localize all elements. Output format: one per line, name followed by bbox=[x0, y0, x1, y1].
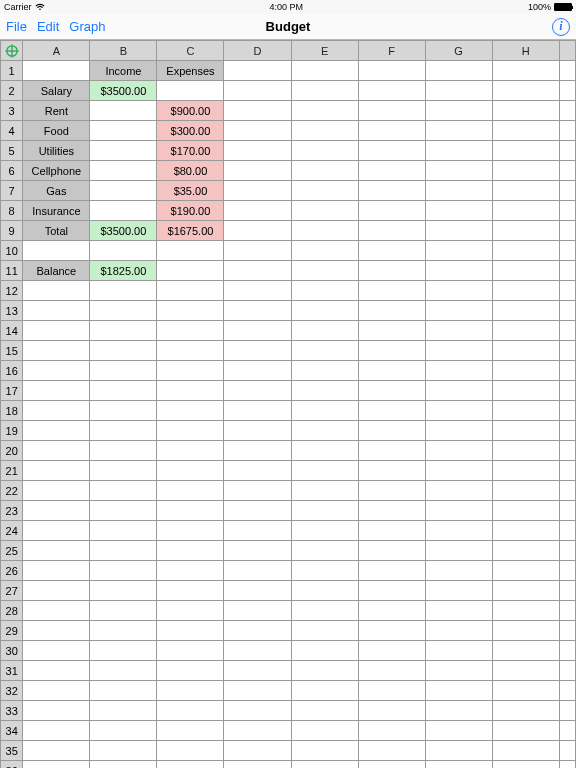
menu-graph[interactable]: Graph bbox=[69, 19, 105, 34]
row-header-15[interactable]: 15 bbox=[1, 341, 23, 361]
cell-B6[interactable] bbox=[90, 161, 157, 181]
cell-E32[interactable] bbox=[291, 681, 358, 701]
cell-G22[interactable] bbox=[425, 481, 492, 501]
cell-A4[interactable]: Food bbox=[23, 121, 90, 141]
cell-F29[interactable] bbox=[358, 621, 425, 641]
cell-B18[interactable] bbox=[90, 401, 157, 421]
cell-E15[interactable] bbox=[291, 341, 358, 361]
cell-F10[interactable] bbox=[358, 241, 425, 261]
cell-A36[interactable] bbox=[23, 761, 90, 769]
cell-G12[interactable] bbox=[425, 281, 492, 301]
cell-B23[interactable] bbox=[90, 501, 157, 521]
select-all-corner[interactable] bbox=[1, 41, 23, 61]
cell-B14[interactable] bbox=[90, 321, 157, 341]
cell-A22[interactable] bbox=[23, 481, 90, 501]
cell-D1[interactable] bbox=[224, 61, 291, 81]
cell-G23[interactable] bbox=[425, 501, 492, 521]
cell-D3[interactable] bbox=[224, 101, 291, 121]
cell-G8[interactable] bbox=[425, 201, 492, 221]
cell-A9[interactable]: Total bbox=[23, 221, 90, 241]
cell-D12[interactable] bbox=[224, 281, 291, 301]
cell-E23[interactable] bbox=[291, 501, 358, 521]
cell-F35[interactable] bbox=[358, 741, 425, 761]
cell-H6[interactable] bbox=[492, 161, 559, 181]
cell-C7[interactable]: $35.00 bbox=[157, 181, 224, 201]
cell-B31[interactable] bbox=[90, 661, 157, 681]
cell-C2[interactable] bbox=[157, 81, 224, 101]
cell-F2[interactable] bbox=[358, 81, 425, 101]
cell-H32[interactable] bbox=[492, 681, 559, 701]
cell-C36[interactable] bbox=[157, 761, 224, 769]
cell-H4[interactable] bbox=[492, 121, 559, 141]
col-header-A[interactable]: A bbox=[23, 41, 90, 61]
cell-E31[interactable] bbox=[291, 661, 358, 681]
col-header-H[interactable]: H bbox=[492, 41, 559, 61]
cell-D30[interactable] bbox=[224, 641, 291, 661]
cell-tail-13[interactable] bbox=[559, 301, 575, 321]
cell-B1[interactable]: Income bbox=[90, 61, 157, 81]
cell-D9[interactable] bbox=[224, 221, 291, 241]
cell-G29[interactable] bbox=[425, 621, 492, 641]
row-header-14[interactable]: 14 bbox=[1, 321, 23, 341]
cell-A27[interactable] bbox=[23, 581, 90, 601]
row-header-5[interactable]: 5 bbox=[1, 141, 23, 161]
cell-A6[interactable]: Cellphone bbox=[23, 161, 90, 181]
cell-G15[interactable] bbox=[425, 341, 492, 361]
cell-F17[interactable] bbox=[358, 381, 425, 401]
cell-G7[interactable] bbox=[425, 181, 492, 201]
cell-D5[interactable] bbox=[224, 141, 291, 161]
cell-F30[interactable] bbox=[358, 641, 425, 661]
cell-G18[interactable] bbox=[425, 401, 492, 421]
row-header-6[interactable]: 6 bbox=[1, 161, 23, 181]
cell-D34[interactable] bbox=[224, 721, 291, 741]
cell-D28[interactable] bbox=[224, 601, 291, 621]
cell-D10[interactable] bbox=[224, 241, 291, 261]
cell-G20[interactable] bbox=[425, 441, 492, 461]
cell-D14[interactable] bbox=[224, 321, 291, 341]
cell-H19[interactable] bbox=[492, 421, 559, 441]
cell-F34[interactable] bbox=[358, 721, 425, 741]
row-header-10[interactable]: 10 bbox=[1, 241, 23, 261]
cell-tail-22[interactable] bbox=[559, 481, 575, 501]
cell-C19[interactable] bbox=[157, 421, 224, 441]
cell-A11[interactable]: Balance bbox=[23, 261, 90, 281]
cell-B4[interactable] bbox=[90, 121, 157, 141]
cell-A20[interactable] bbox=[23, 441, 90, 461]
cell-G19[interactable] bbox=[425, 421, 492, 441]
cell-D2[interactable] bbox=[224, 81, 291, 101]
cell-E7[interactable] bbox=[291, 181, 358, 201]
cell-G27[interactable] bbox=[425, 581, 492, 601]
cell-H22[interactable] bbox=[492, 481, 559, 501]
cell-C5[interactable]: $170.00 bbox=[157, 141, 224, 161]
cell-H16[interactable] bbox=[492, 361, 559, 381]
row-header-33[interactable]: 33 bbox=[1, 701, 23, 721]
col-header-E[interactable]: E bbox=[291, 41, 358, 61]
cell-H11[interactable] bbox=[492, 261, 559, 281]
cell-C14[interactable] bbox=[157, 321, 224, 341]
cell-H27[interactable] bbox=[492, 581, 559, 601]
cell-H20[interactable] bbox=[492, 441, 559, 461]
cell-D21[interactable] bbox=[224, 461, 291, 481]
cell-C17[interactable] bbox=[157, 381, 224, 401]
cell-tail-15[interactable] bbox=[559, 341, 575, 361]
cell-C28[interactable] bbox=[157, 601, 224, 621]
cell-E36[interactable] bbox=[291, 761, 358, 769]
cell-D36[interactable] bbox=[224, 761, 291, 769]
cell-tail-28[interactable] bbox=[559, 601, 575, 621]
cell-A15[interactable] bbox=[23, 341, 90, 361]
cell-D35[interactable] bbox=[224, 741, 291, 761]
cell-D19[interactable] bbox=[224, 421, 291, 441]
row-header-27[interactable]: 27 bbox=[1, 581, 23, 601]
cell-C10[interactable] bbox=[157, 241, 224, 261]
row-header-32[interactable]: 32 bbox=[1, 681, 23, 701]
cell-C23[interactable] bbox=[157, 501, 224, 521]
cell-D17[interactable] bbox=[224, 381, 291, 401]
cell-tail-20[interactable] bbox=[559, 441, 575, 461]
cell-C33[interactable] bbox=[157, 701, 224, 721]
cell-H18[interactable] bbox=[492, 401, 559, 421]
row-header-19[interactable]: 19 bbox=[1, 421, 23, 441]
cell-C12[interactable] bbox=[157, 281, 224, 301]
cell-G9[interactable] bbox=[425, 221, 492, 241]
row-header-25[interactable]: 25 bbox=[1, 541, 23, 561]
cell-G32[interactable] bbox=[425, 681, 492, 701]
